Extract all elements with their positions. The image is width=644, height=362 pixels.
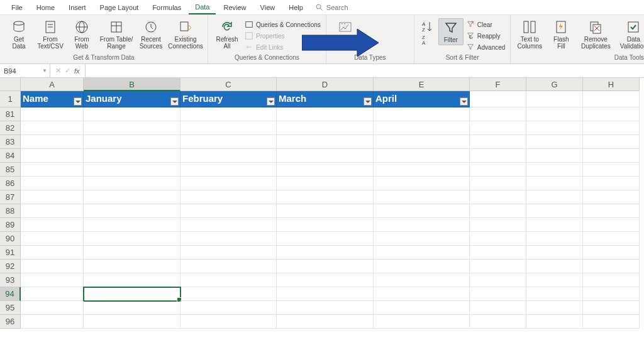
- cell[interactable]: [277, 177, 374, 190]
- cell[interactable]: [180, 273, 277, 287]
- row-header[interactable]: 94: [0, 287, 21, 301]
- cell[interactable]: [470, 163, 526, 177]
- from-text-csv-button[interactable]: From Text/CSV: [35, 18, 65, 51]
- tell-me-search[interactable]: Search: [316, 4, 348, 11]
- filter-dropdown-icon[interactable]: [74, 97, 82, 106]
- cell[interactable]: [526, 121, 583, 135]
- stocks-button[interactable]: Stock: [330, 18, 360, 44]
- cell[interactable]: [583, 301, 640, 315]
- row-header[interactable]: 88: [0, 204, 21, 218]
- cell[interactable]: [470, 177, 526, 190]
- cell[interactable]: [583, 149, 640, 163]
- row-header[interactable]: 82: [0, 121, 21, 135]
- cell[interactable]: [84, 204, 180, 218]
- cell[interactable]: [583, 135, 640, 149]
- tab-home[interactable]: Home: [30, 1, 61, 14]
- cell[interactable]: [277, 232, 374, 246]
- cell[interactable]: [21, 149, 84, 163]
- row-header[interactable]: 83: [0, 135, 21, 149]
- cell[interactable]: [21, 190, 84, 204]
- cell[interactable]: [21, 107, 84, 121]
- cell[interactable]: [583, 163, 640, 177]
- name-box[interactable]: B94▼: [0, 64, 50, 77]
- cell[interactable]: [21, 315, 84, 329]
- data-validation-button[interactable]: Data Validation: [615, 18, 644, 51]
- cell[interactable]: [180, 246, 277, 260]
- cell[interactable]: [583, 232, 640, 246]
- cell[interactable]: [277, 135, 374, 149]
- tab-help[interactable]: Help: [282, 1, 309, 14]
- row-header[interactable]: 90: [0, 232, 21, 246]
- cell[interactable]: [84, 177, 180, 190]
- cell[interactable]: [180, 301, 277, 315]
- cell[interactable]: [84, 149, 180, 163]
- cell[interactable]: [374, 149, 470, 163]
- cell[interactable]: [21, 177, 84, 190]
- cell[interactable]: [583, 204, 640, 218]
- cell[interactable]: [470, 218, 526, 232]
- get-data-button[interactable]: Get Data: [4, 18, 34, 51]
- cell[interactable]: [374, 135, 470, 149]
- cell[interactable]: [470, 273, 526, 287]
- cell[interactable]: [84, 260, 180, 273]
- row-header[interactable]: 95: [0, 301, 21, 315]
- cell[interactable]: [526, 190, 583, 204]
- tab-page-layout[interactable]: Page Layout: [94, 1, 145, 14]
- remove-duplicates-button[interactable]: Remove Duplicates: [577, 18, 614, 51]
- cell[interactable]: [526, 232, 583, 246]
- queries-connections-button[interactable]: Queries & Connections: [243, 19, 322, 30]
- cell[interactable]: [470, 149, 526, 163]
- cell[interactable]: [84, 273, 180, 287]
- col-header-G[interactable]: G: [526, 78, 583, 91]
- row-header[interactable]: 89: [0, 218, 21, 232]
- tab-formulas[interactable]: Formulas: [146, 1, 187, 14]
- cell[interactable]: [180, 232, 277, 246]
- cell[interactable]: [374, 301, 470, 315]
- cell[interactable]: [180, 190, 277, 204]
- col-header-F[interactable]: F: [470, 78, 526, 91]
- cell[interactable]: [526, 246, 583, 260]
- text-to-columns-button[interactable]: Text to Columns: [514, 18, 545, 51]
- row-header[interactable]: 85: [0, 163, 21, 177]
- cell[interactable]: [526, 273, 583, 287]
- cell[interactable]: [583, 246, 640, 260]
- cell[interactable]: [374, 232, 470, 246]
- row-header[interactable]: 87: [0, 190, 21, 204]
- cell[interactable]: [526, 287, 583, 301]
- cell[interactable]: [84, 301, 180, 315]
- header-cell-february[interactable]: February: [180, 91, 277, 107]
- cell[interactable]: [277, 121, 374, 135]
- cell[interactable]: [526, 177, 583, 190]
- cell[interactable]: [84, 107, 180, 121]
- advanced-button[interactable]: Advanced: [465, 42, 506, 52]
- cell[interactable]: [526, 204, 583, 218]
- filter-dropdown-icon[interactable]: [460, 97, 468, 106]
- cell[interactable]: [470, 91, 526, 107]
- cell[interactable]: [374, 107, 470, 121]
- cell[interactable]: [374, 246, 470, 260]
- from-web-button[interactable]: From Web: [67, 18, 97, 51]
- cell[interactable]: [470, 135, 526, 149]
- row-header[interactable]: 1: [0, 91, 21, 107]
- cell[interactable]: [21, 218, 84, 232]
- cell[interactable]: [526, 107, 583, 121]
- formula-bar[interactable]: [86, 64, 644, 77]
- cell[interactable]: [180, 149, 277, 163]
- cell[interactable]: [526, 135, 583, 149]
- cell[interactable]: [374, 190, 470, 204]
- cell[interactable]: [526, 91, 583, 107]
- header-cell-april[interactable]: April: [374, 91, 470, 107]
- filter-dropdown-icon[interactable]: [267, 97, 275, 106]
- cell[interactable]: [583, 273, 640, 287]
- clear-button[interactable]: Clear: [465, 19, 506, 30]
- cell[interactable]: [277, 315, 374, 329]
- tab-view[interactable]: View: [254, 1, 282, 14]
- cell[interactable]: [21, 204, 84, 218]
- cell[interactable]: [84, 135, 180, 149]
- cell[interactable]: [470, 204, 526, 218]
- cell[interactable]: [21, 246, 84, 260]
- cell[interactable]: [470, 315, 526, 329]
- filter-button[interactable]: Filter: [438, 18, 464, 45]
- cell[interactable]: [526, 301, 583, 315]
- cell[interactable]: [470, 260, 526, 273]
